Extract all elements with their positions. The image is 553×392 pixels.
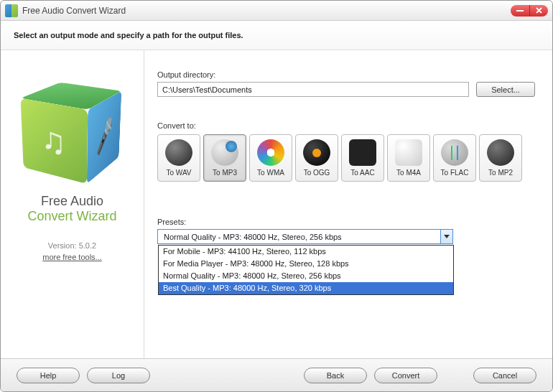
preset-select[interactable]: Normal Quality - MP3: 48000 Hz, Stereo, … [157, 229, 453, 244]
wav-icon [165, 139, 192, 166]
preset-dropdown: For Mobile - MP3: 44100 Hz, Stereo, 112 … [158, 245, 454, 295]
output-dir-input[interactable] [157, 82, 469, 97]
wizard-body: 🎤 ♫ Free Audio Convert Wizard Version: 5… [1, 50, 552, 358]
format-label: To WAV [166, 169, 191, 177]
format-label: To WMA [257, 169, 284, 177]
format-ogg[interactable]: To OGG [295, 134, 338, 182]
format-mp3[interactable]: To MP3 [203, 134, 246, 182]
window-title: Free Audio Convert Wizard [22, 6, 511, 16]
aac-icon [349, 139, 376, 166]
wizard-window: Free Audio Convert Wizard Select an outp… [0, 0, 553, 392]
format-label: To MP3 [213, 169, 237, 177]
app-name: Free Audio Convert Wizard [27, 194, 116, 224]
preset-option[interactable]: For Mobile - MP3: 44100 Hz, Stereo, 112 … [159, 246, 453, 258]
footer: Help Log Back Convert Cancel [1, 358, 552, 391]
format-label: To OGG [304, 169, 330, 177]
preset-option[interactable]: Best Quality - MP3: 48000 Hz, Stereo, 32… [159, 282, 453, 294]
preset-option[interactable]: Normal Quality - MP3: 48000 Hz, Stereo, … [159, 270, 453, 282]
wma-icon [257, 139, 284, 166]
version-text: Version: 5.0.2 [48, 241, 96, 250]
instruction-text: Select an output mode and specify a path… [1, 21, 552, 50]
select-dir-button[interactable]: Select... [476, 82, 535, 97]
main-panel: Output directory: Select... Convert to: … [144, 50, 552, 358]
help-button[interactable]: Help [17, 368, 80, 383]
app-cube-icon: 🎤 ♫ [29, 86, 116, 172]
dropdown-arrow-icon [440, 230, 452, 243]
flac-icon [441, 139, 468, 166]
more-tools-link[interactable]: more free tools... [42, 253, 102, 261]
format-mp2[interactable]: To MP2 [479, 134, 522, 182]
sidebar: 🎤 ♫ Free Audio Convert Wizard Version: 5… [1, 50, 144, 358]
cancel-button[interactable]: Cancel [473, 368, 536, 383]
minimize-button[interactable] [511, 5, 529, 17]
format-label: To M4A [396, 169, 421, 177]
preset-selected-text: Normal Quality - MP3: 48000 Hz, Stereo, … [158, 233, 440, 241]
svg-rect-0 [516, 10, 524, 11]
format-m4a[interactable]: To M4A [387, 134, 430, 182]
titlebar: Free Audio Convert Wizard [1, 1, 552, 21]
format-label: To MP2 [488, 169, 513, 177]
format-label: To AAC [350, 169, 374, 177]
app-name-line2: Convert Wizard [27, 209, 116, 224]
m4a-icon [395, 139, 422, 166]
log-button[interactable]: Log [87, 368, 150, 383]
format-label: To FLAC [441, 169, 469, 177]
app-name-line1: Free Audio [27, 194, 116, 209]
format-wav[interactable]: To WAV [157, 134, 200, 182]
mp3-icon [211, 139, 238, 166]
output-dir-label: Output directory: [157, 70, 535, 79]
ogg-icon [303, 139, 330, 166]
mp2-icon [487, 139, 514, 166]
format-buttons: To WAV To MP3 To WMA To OGG To AAC To M4… [157, 134, 535, 182]
close-button[interactable] [529, 5, 548, 17]
preset-option[interactable]: For Media Player - MP3: 48000 Hz, Stereo… [159, 258, 453, 270]
format-flac[interactable]: To FLAC [433, 134, 476, 182]
convert-to-label: Convert to: [157, 121, 535, 130]
format-aac[interactable]: To AAC [341, 134, 384, 182]
presets-label: Presets: [157, 218, 535, 226]
format-wma[interactable]: To WMA [249, 134, 292, 182]
back-button[interactable]: Back [304, 368, 367, 383]
app-logo-icon [5, 4, 18, 17]
convert-button[interactable]: Convert [374, 368, 437, 383]
